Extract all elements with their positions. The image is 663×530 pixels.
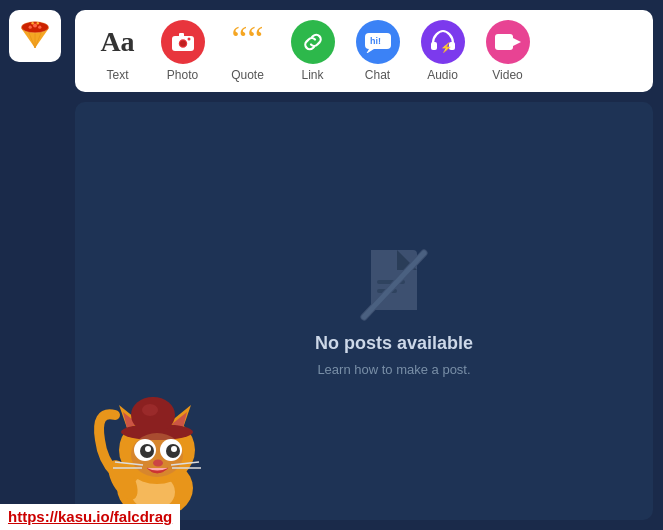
toolbar-item-quote[interactable]: ““ Quote bbox=[220, 20, 275, 82]
svg-point-6 bbox=[29, 26, 32, 29]
toolbar-label-photo: Photo bbox=[167, 68, 198, 82]
svg-point-15 bbox=[187, 38, 190, 41]
empty-state: No posts available Learn how to make a p… bbox=[315, 245, 473, 377]
svg-point-9 bbox=[37, 22, 39, 24]
link-icon bbox=[291, 20, 335, 64]
toolbar-item-video[interactable]: Video bbox=[480, 20, 535, 82]
no-posts-subtitle: Learn how to make a post. bbox=[317, 362, 470, 377]
toolbar-label-video: Video bbox=[492, 68, 522, 82]
audio-icon: ⚡ bbox=[421, 20, 465, 64]
no-document-icon bbox=[359, 245, 429, 325]
chat-icon: hi! bbox=[356, 20, 400, 64]
toolbar: Aa Text bbox=[75, 10, 653, 92]
feed-area: No posts available Learn how to make a p… bbox=[75, 102, 653, 520]
quote-icon: ““ bbox=[226, 20, 270, 64]
toolbar-item-text[interactable]: Aa Text bbox=[90, 20, 145, 82]
toolbar-item-chat[interactable]: hi! Chat bbox=[350, 20, 405, 82]
svg-rect-14 bbox=[179, 33, 184, 37]
svg-point-7 bbox=[38, 26, 41, 29]
svg-point-34 bbox=[142, 404, 158, 416]
toolbar-item-photo[interactable]: Photo bbox=[155, 20, 210, 82]
toolbar-item-audio[interactable]: ⚡ Audio bbox=[415, 20, 470, 82]
sidebar bbox=[0, 0, 70, 530]
svg-rect-19 bbox=[431, 42, 437, 50]
app-container: Aa Text bbox=[0, 0, 663, 530]
toolbar-label-link: Link bbox=[301, 68, 323, 82]
photo-icon bbox=[161, 20, 205, 64]
text-icon: Aa bbox=[96, 20, 140, 64]
toolbar-label-text: Text bbox=[106, 68, 128, 82]
app-logo[interactable] bbox=[9, 10, 61, 62]
svg-point-5 bbox=[33, 24, 37, 28]
svg-point-39 bbox=[145, 446, 151, 452]
toolbar-label-chat: Chat bbox=[365, 68, 390, 82]
toolbar-label-quote: Quote bbox=[231, 68, 264, 82]
toolbar-item-link[interactable]: Link bbox=[285, 20, 340, 82]
svg-point-8 bbox=[31, 22, 33, 24]
svg-text:hi!: hi! bbox=[370, 36, 381, 46]
svg-text:⚡: ⚡ bbox=[440, 41, 453, 54]
main-content: Aa Text bbox=[70, 0, 663, 530]
svg-point-42 bbox=[153, 460, 163, 467]
cat-mascot bbox=[85, 360, 215, 520]
video-icon bbox=[486, 20, 530, 64]
svg-marker-23 bbox=[513, 38, 521, 46]
no-posts-title: No posts available bbox=[315, 333, 473, 354]
svg-rect-22 bbox=[495, 34, 513, 50]
url-text: https://kasu.io/falcdrag bbox=[8, 508, 172, 525]
url-bar: https://kasu.io/falcdrag bbox=[0, 504, 180, 530]
svg-point-41 bbox=[171, 446, 177, 452]
svg-marker-17 bbox=[366, 49, 374, 53]
toolbar-label-audio: Audio bbox=[427, 68, 458, 82]
svg-point-13 bbox=[180, 41, 186, 47]
